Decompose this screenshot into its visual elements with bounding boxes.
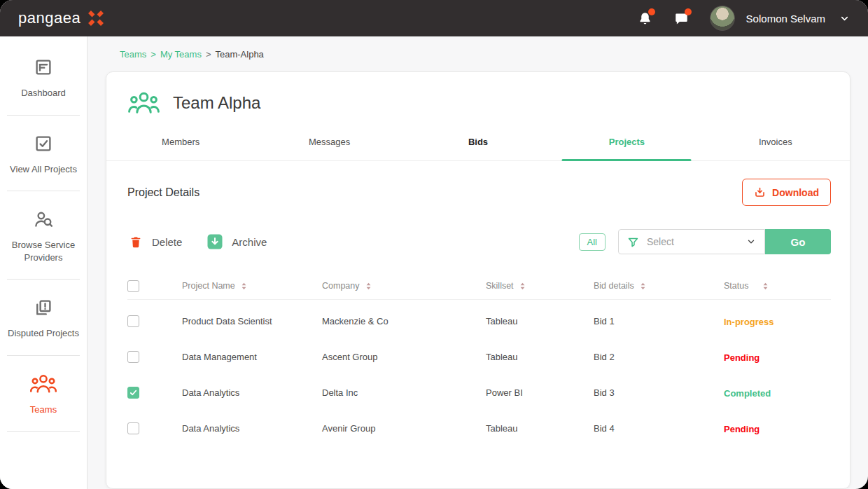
sidebar-item-label: Disputed Projects xyxy=(8,327,79,340)
main-content: Teams > My Teams > Team-Alpha xyxy=(88,36,868,489)
archive-icon xyxy=(207,234,223,249)
delete-label: Delete xyxy=(152,236,182,248)
sidebar-item-view-all-projects[interactable]: View All Projects xyxy=(0,116,87,191)
trash-icon xyxy=(129,235,143,249)
cell-company: Delta Inc xyxy=(322,387,486,398)
filter-select-dropdown[interactable]: Select xyxy=(618,229,765,254)
breadcrumb-separator: > xyxy=(150,49,156,60)
cell-skillset: Tableau xyxy=(486,316,594,326)
user-avatar[interactable] xyxy=(710,6,735,31)
cell-project-name: Data Analytics xyxy=(182,423,322,434)
table-row[interactable]: Product Data Scientist Mackenzie & Co Ta… xyxy=(127,307,831,336)
table-header-row: Project Name Company Skillset Bid d xyxy=(127,273,831,300)
cell-project-name: Product Data Scientist xyxy=(182,316,322,326)
tab-members[interactable]: Members xyxy=(106,128,255,160)
tab-bar: Members Messages Bids Projects Invoices xyxy=(106,128,850,161)
projects-table: Project Name Company Skillset Bid d xyxy=(106,254,850,443)
pangaea-x-icon xyxy=(88,10,104,27)
column-header-bid-details[interactable]: Bid details xyxy=(594,281,724,291)
notification-badge xyxy=(648,8,655,15)
tab-bids[interactable]: Bids xyxy=(404,128,552,160)
column-header-project-name[interactable]: Project Name xyxy=(182,281,322,291)
column-label: Skillset xyxy=(486,281,514,291)
download-icon xyxy=(754,186,766,198)
archive-action[interactable]: Archive xyxy=(207,234,267,249)
delete-action[interactable]: Delete xyxy=(129,235,182,249)
notifications-bell-icon[interactable] xyxy=(637,10,654,27)
check-square-icon xyxy=(33,133,54,154)
download-button[interactable]: Download xyxy=(742,179,831,206)
sidebar-item-dashboard[interactable]: Dashboard xyxy=(0,39,87,115)
cell-project-name: Data Management xyxy=(182,352,322,362)
status-badge: Pending xyxy=(724,352,760,363)
select-chevron-down-icon xyxy=(746,237,756,247)
person-search-icon xyxy=(33,209,54,230)
tab-messages[interactable]: Messages xyxy=(255,128,403,160)
sidebar-item-label: Dashboard xyxy=(21,87,66,99)
column-label: Company xyxy=(322,281,360,291)
tab-invoices[interactable]: Invoices xyxy=(701,128,850,160)
table-row[interactable]: Data Analytics Delta Inc Power BI Bid 3 … xyxy=(127,378,831,407)
sidebar-item-label: Teams xyxy=(30,404,57,416)
sidebar: Dashboard View All Projects xyxy=(0,36,88,489)
message-badge xyxy=(685,8,692,15)
row-checkbox[interactable] xyxy=(127,351,139,363)
team-header: Team Alpha xyxy=(106,72,850,115)
filter-select-value: Select xyxy=(647,236,674,247)
column-label: Project Name xyxy=(182,281,235,291)
cell-bid-details: Bid 1 xyxy=(594,316,724,326)
cell-skillset: Tableau xyxy=(486,423,594,434)
messages-chat-icon[interactable] xyxy=(673,10,690,27)
cell-skillset: Power BI xyxy=(486,387,594,398)
table-row[interactable]: Data Analytics Avenir Group Tableau Bid … xyxy=(127,414,831,443)
cell-company: Ascent Group xyxy=(322,352,486,362)
column-label: Bid details xyxy=(594,281,634,291)
archive-label: Archive xyxy=(232,236,267,248)
cell-company: Mackenzie & Co xyxy=(322,316,486,326)
filter-controls: All Select Go xyxy=(579,229,831,254)
download-label: Download xyxy=(772,187,819,198)
status-badge: Completed xyxy=(724,388,771,399)
topbar-right: Solomon Selvam xyxy=(637,6,850,31)
breadcrumb-separator: > xyxy=(206,49,211,60)
row-checkbox[interactable] xyxy=(127,422,139,434)
row-checkbox[interactable] xyxy=(127,387,139,399)
dashboard-icon xyxy=(33,57,54,78)
column-header-company[interactable]: Company xyxy=(322,281,486,291)
brand-logo[interactable]: pangaea xyxy=(18,9,104,27)
app-window: pangaea xyxy=(0,0,868,489)
user-name[interactable]: Solomon Selvam xyxy=(746,13,825,25)
filter-funnel-icon xyxy=(627,236,639,248)
cell-bid-details: Bid 2 xyxy=(594,352,724,362)
sidebar-item-label: View All Projects xyxy=(10,163,77,176)
sort-icon xyxy=(241,282,246,290)
cell-company: Avenir Group xyxy=(322,423,486,434)
table-toolbar: Delete Archive All xyxy=(106,206,850,254)
cell-bid-details: Bid 4 xyxy=(594,423,724,434)
go-button[interactable]: Go xyxy=(765,229,831,254)
column-header-skillset[interactable]: Skillset xyxy=(486,281,594,291)
table-body: Product Data Scientist Mackenzie & Co Ta… xyxy=(127,307,831,443)
tab-projects[interactable]: Projects xyxy=(552,128,701,160)
status-badge: In-progress xyxy=(724,317,774,327)
row-checkbox[interactable] xyxy=(127,315,139,327)
select-all-checkbox[interactable] xyxy=(127,280,139,292)
sidebar-item-browse-service-providers[interactable]: Browse Service Providers xyxy=(0,191,87,279)
breadcrumb-teams[interactable]: Teams xyxy=(120,49,146,60)
table-row[interactable]: Data Management Ascent Group Tableau Bid… xyxy=(127,343,831,371)
filter-all-button[interactable]: All xyxy=(579,233,606,251)
team-card: Team Alpha Members Messages Bids Project… xyxy=(106,71,850,489)
team-title: Team Alpha xyxy=(173,93,260,113)
sort-icon xyxy=(366,282,371,290)
column-label: Status xyxy=(724,281,748,291)
section-header: Project Details Download xyxy=(106,161,850,206)
team-group-icon xyxy=(127,91,160,115)
sort-icon xyxy=(763,282,768,290)
sidebar-item-disputed-projects[interactable]: Disputed Projects xyxy=(0,280,87,355)
sidebar-item-teams[interactable]: Teams xyxy=(0,356,87,432)
column-header-status[interactable]: Status xyxy=(724,281,831,291)
sort-icon xyxy=(520,282,525,290)
breadcrumb-my-teams[interactable]: My Teams xyxy=(160,49,202,60)
sidebar-item-label: Browse Service Providers xyxy=(4,239,83,263)
user-menu-chevron-down-icon[interactable] xyxy=(839,13,850,24)
